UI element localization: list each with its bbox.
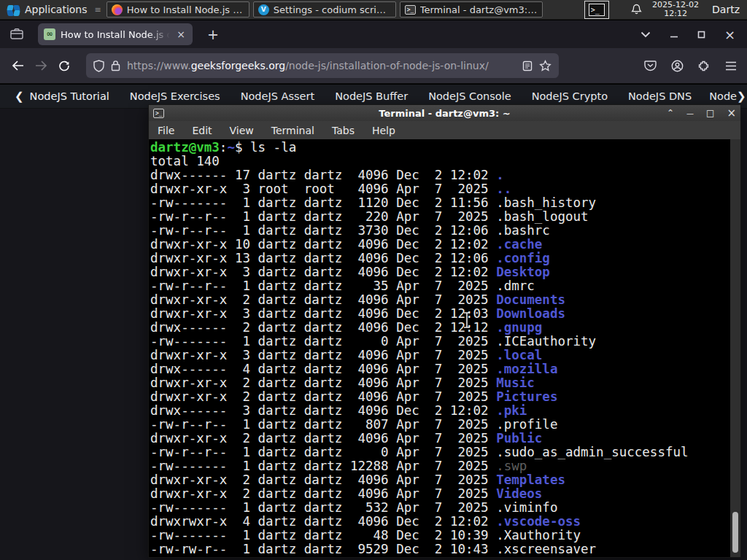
taskbar-item-codium-settings[interactable]: V Settings - codium script... (253, 1, 396, 18)
window-minimize-button[interactable]: — (686, 109, 694, 117)
chevron-right-icon: ❯ (737, 90, 746, 103)
taskbar-item-label: Settings - codium script... (274, 4, 391, 15)
panel-clock[interactable]: 2025-12-02 12:12 (652, 1, 699, 18)
firefox-nav-toolbar: https://www.geeksforgeeks.org/node-js/in… (0, 48, 747, 84)
reload-button[interactable] (53, 54, 76, 77)
terminal-window: >_ Terminal - dartz@vm3: ~ ⌃ — □ × File … (148, 104, 741, 558)
menu-view[interactable]: View (221, 125, 263, 136)
directory-name: .pki (496, 403, 527, 418)
taskbar-item-terminal[interactable]: >_ Terminal - dartz@vm3: ~ (400, 1, 543, 18)
browser-tab-active[interactable]: ∞ How to Install Node.js on × (38, 23, 193, 45)
file-name: .swp (496, 459, 527, 473)
forward-button[interactable] (29, 54, 53, 77)
total-line: total 140 (150, 155, 732, 168)
command-text: ls -la (250, 140, 296, 155)
listing-row: drwx------ 2 dartz dartz 4096 Dec 2 12:1… (150, 321, 732, 335)
listing-row: drwxr-xr-x 2 dartz dartz 4096 Apr 7 2025… (150, 390, 732, 404)
nav-item-crypto[interactable]: NodeJS Crypto (532, 90, 608, 102)
directory-name: Public (496, 431, 542, 446)
pocket-icon[interactable] (644, 60, 657, 71)
listing-row: drwxr-xr-x 2 dartz dartz 4096 Apr 7 2025… (150, 432, 732, 446)
terminal-scrollbar[interactable] (730, 139, 740, 557)
url-text[interactable]: https://www.geeksforgeeks.org/node-js/in… (127, 60, 516, 71)
taskbar-item-label: How to Install Node.js o... (127, 4, 244, 15)
nav-item-buffer[interactable]: NodeJS Buffer (335, 90, 408, 102)
taskbar-item-label: Terminal - dartz@vm3: ~ (420, 4, 538, 15)
window-shade-button[interactable]: ⌃ (667, 108, 674, 118)
notification-bell-icon[interactable] (631, 4, 642, 15)
hamburger-menu-icon[interactable] (725, 61, 737, 71)
listing-row: -rw-r--r-- 1 dartz dartz 220 Apr 7 2025 … (150, 210, 732, 224)
directory-name: Pictures (496, 389, 557, 404)
listing-row: -rw------- 1 dartz dartz 1120 Dec 2 11:5… (150, 196, 732, 210)
menu-edit[interactable]: Edit (183, 125, 220, 136)
new-tab-button[interactable]: + (203, 26, 223, 42)
bookmark-star-icon[interactable] (539, 60, 551, 71)
nav-back-link[interactable]: ❮ NodeJS Tutorial (15, 90, 109, 103)
listing-row: -rw------- 1 dartz dartz 12288 Apr 7 202… (150, 459, 732, 473)
codium-icon: V (258, 4, 269, 15)
file-name: .ICEauthority (496, 334, 596, 349)
firefox-icon (112, 4, 123, 15)
nav-item-assert[interactable]: NodeJS Assert (241, 90, 315, 102)
nav-back-label: NodeJS Tutorial (30, 90, 109, 102)
nav-item-dns[interactable]: NodeJS DNS (628, 90, 692, 102)
extensions-puzzle-icon[interactable] (698, 60, 711, 72)
listing-row: drwxr-xr-x 13 dartz dartz 4096 Dec 2 12:… (150, 252, 732, 265)
file-name: .viminfo (496, 500, 557, 515)
tab-close-button[interactable]: × (175, 28, 187, 40)
terminal-title-bar[interactable]: >_ Terminal - dartz@vm3: ~ ⌃ — □ × (149, 105, 740, 121)
menu-tabs[interactable]: Tabs (323, 125, 363, 136)
panel-user-menu[interactable]: Dartz (709, 4, 740, 15)
file-name: .dmrc (496, 279, 535, 293)
listing-row: drwx------ 17 dartz dartz 4096 Dec 2 12:… (150, 168, 732, 182)
menu-file[interactable]: File (149, 125, 183, 136)
window-maximize-button[interactable] (697, 31, 705, 39)
listing-row: -rw-r--r-- 1 dartz dartz 0 Apr 7 2025 .s… (150, 446, 732, 459)
directory-name: Documents (496, 292, 565, 307)
terminal-output[interactable]: dartz@vm3:~$ ls -la total 140 drwx------… (149, 139, 732, 557)
nav-item-exercises[interactable]: NodeJS Exercises (130, 90, 220, 102)
back-button[interactable] (6, 54, 29, 77)
terminal-menu-bar: File Edit View Terminal Tabs Help (149, 121, 740, 139)
directory-name: .. (496, 182, 511, 196)
applications-menu-button[interactable]: Applications (0, 0, 95, 19)
menu-terminal[interactable]: Terminal (263, 125, 323, 136)
window-close-button[interactable]: × (727, 106, 736, 120)
menu-help[interactable]: Help (363, 125, 404, 136)
directory-name: .cache (496, 237, 542, 252)
directory-name: .local (496, 348, 542, 362)
listing-row: -rw------- 1 dartz dartz 0 Apr 7 2025 .I… (150, 335, 732, 349)
scrollbar-thumb[interactable] (732, 512, 738, 553)
list-all-tabs-chevron-icon[interactable] (640, 31, 651, 38)
file-name: .sudo_as_admin_successful (496, 445, 688, 459)
firefox-view-button[interactable] (6, 25, 28, 44)
url-path: /node-js/installation-of-node-js-on-linu… (285, 60, 489, 71)
listing-row: -rw------- 1 dartz dartz 48 Dec 2 10:39 … (150, 529, 732, 542)
listing-row: drwx------ 4 dartz dartz 4096 Apr 7 2025… (150, 362, 732, 376)
taskbar-item-firefox[interactable]: How to Install Node.js o... (107, 1, 249, 18)
terminal-launcher-button[interactable]: >_ (584, 1, 609, 19)
directory-name: Music (496, 376, 535, 390)
listing-row: -rw-r--r-- 1 dartz dartz 3730 Dec 2 12:0… (150, 224, 732, 238)
listing-row: drwxr-xr-x 3 dartz dartz 4096 Dec 2 12:0… (150, 265, 732, 279)
window-minimize-button[interactable] (670, 30, 678, 39)
terminal-icon: >_ (405, 5, 416, 15)
listing-row: drwxr-xr-x 2 dartz dartz 4096 Apr 7 2025… (150, 473, 732, 487)
window-maximize-button[interactable]: □ (706, 108, 714, 118)
window-close-button[interactable]: × (724, 27, 735, 42)
lock-icon[interactable] (111, 60, 120, 71)
reader-mode-icon[interactable] (522, 61, 533, 71)
url-bar[interactable]: https://www.geeksforgeeks.org/node-js/in… (86, 53, 559, 78)
account-icon[interactable] (671, 60, 684, 72)
prompt-line: dartz@vm3:~$ ls -la (150, 141, 732, 155)
directory-name: .gnupg (496, 320, 542, 335)
tracking-protection-shield-icon[interactable] (93, 60, 104, 72)
listing-row: -rw------- 1 dartz dartz 532 Apr 7 2025 … (150, 501, 732, 515)
directory-name: Templates (496, 472, 565, 487)
nav-item-console[interactable]: NodeJS Console (428, 90, 511, 102)
nav-scroll-right[interactable]: Node ❯ (709, 90, 746, 103)
file-listing: drwx------ 17 dartz dartz 4096 Dec 2 12:… (150, 168, 732, 556)
applications-icon (7, 4, 20, 16)
listing-row: -rw-rw-r-- 1 dartz dartz 9529 Dec 2 10:4… (150, 542, 732, 556)
